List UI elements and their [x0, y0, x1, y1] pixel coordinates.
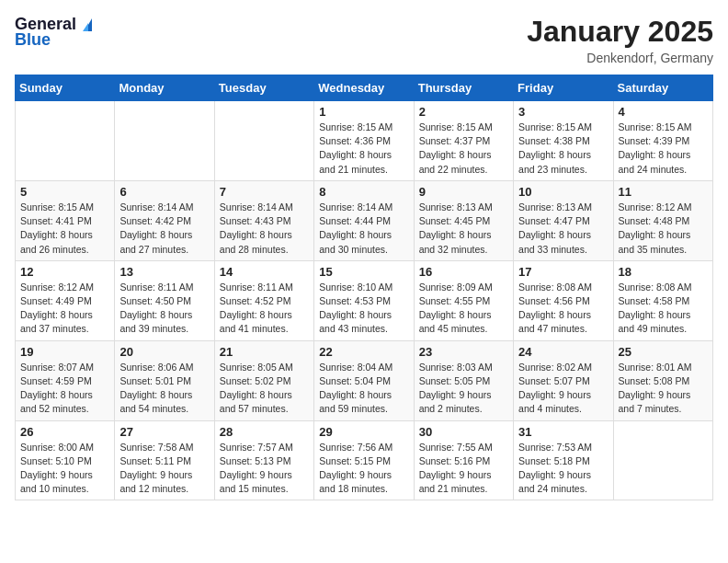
- day-info: Sunrise: 8:02 AM Sunset: 5:07 PM Dayligh…: [518, 361, 608, 417]
- calendar-cell: 20Sunrise: 8:06 AM Sunset: 5:01 PM Dayli…: [115, 340, 214, 420]
- day-number: 3: [518, 105, 608, 119]
- day-info: Sunrise: 8:08 AM Sunset: 4:56 PM Dayligh…: [518, 281, 608, 337]
- day-number: 27: [119, 425, 209, 439]
- day-info: Sunrise: 7:58 AM Sunset: 5:11 PM Dayligh…: [119, 441, 209, 497]
- day-info: Sunrise: 8:11 AM Sunset: 4:52 PM Dayligh…: [220, 281, 309, 337]
- calendar-cell: 21Sunrise: 8:05 AM Sunset: 5:02 PM Dayli…: [214, 340, 313, 420]
- calendar-cell: 28Sunrise: 7:57 AM Sunset: 5:13 PM Dayli…: [214, 420, 313, 500]
- calendar-cell: 23Sunrise: 8:03 AM Sunset: 5:05 PM Dayli…: [414, 340, 513, 420]
- day-number: 29: [319, 425, 408, 439]
- day-number: 24: [518, 345, 608, 359]
- calendar-cell: [16, 101, 115, 181]
- day-info: Sunrise: 8:13 AM Sunset: 4:47 PM Dayligh…: [518, 201, 608, 257]
- calendar-cell: 8Sunrise: 8:14 AM Sunset: 4:44 PM Daylig…: [314, 180, 414, 260]
- day-info: Sunrise: 7:57 AM Sunset: 5:13 PM Dayligh…: [220, 441, 309, 497]
- calendar-cell: 11Sunrise: 8:12 AM Sunset: 4:48 PM Dayli…: [613, 180, 712, 260]
- day-info: Sunrise: 8:15 AM Sunset: 4:38 PM Dayligh…: [518, 121, 608, 177]
- day-number: 25: [619, 345, 708, 359]
- calendar-cell: 18Sunrise: 8:08 AM Sunset: 4:58 PM Dayli…: [613, 260, 712, 340]
- calendar-cell: [115, 101, 214, 181]
- day-number: 19: [20, 345, 109, 359]
- day-info: Sunrise: 8:08 AM Sunset: 4:58 PM Dayligh…: [619, 281, 708, 337]
- day-number: 15: [319, 265, 408, 279]
- day-info: Sunrise: 8:10 AM Sunset: 4:53 PM Dayligh…: [319, 281, 408, 337]
- day-number: 14: [220, 265, 309, 279]
- column-header-saturday: Saturday: [613, 75, 712, 101]
- calendar-cell: 15Sunrise: 8:10 AM Sunset: 4:53 PM Dayli…: [314, 260, 414, 340]
- day-number: 8: [319, 185, 408, 199]
- column-header-sunday: Sunday: [16, 75, 115, 101]
- day-number: 20: [119, 345, 209, 359]
- calendar-header-row: SundayMondayTuesdayWednesdayThursdayFrid…: [16, 75, 713, 101]
- calendar-week-row: 12Sunrise: 8:12 AM Sunset: 4:49 PM Dayli…: [16, 260, 713, 340]
- day-info: Sunrise: 8:15 AM Sunset: 4:41 PM Dayligh…: [20, 201, 109, 257]
- calendar-cell: 25Sunrise: 8:01 AM Sunset: 5:08 PM Dayli…: [613, 340, 712, 420]
- day-number: 10: [518, 185, 608, 199]
- day-number: 31: [518, 425, 608, 439]
- calendar-cell: 31Sunrise: 7:53 AM Sunset: 5:18 PM Dayli…: [514, 420, 613, 500]
- day-info: Sunrise: 8:14 AM Sunset: 4:44 PM Dayligh…: [319, 201, 408, 257]
- calendar-cell: 22Sunrise: 8:04 AM Sunset: 5:04 PM Dayli…: [314, 340, 414, 420]
- calendar-cell: 10Sunrise: 8:13 AM Sunset: 4:47 PM Dayli…: [514, 180, 613, 260]
- logo-blue-text: Blue: [15, 30, 51, 50]
- calendar-cell: 9Sunrise: 8:13 AM Sunset: 4:45 PM Daylig…: [414, 180, 513, 260]
- column-header-thursday: Thursday: [414, 75, 513, 101]
- day-info: Sunrise: 8:00 AM Sunset: 5:10 PM Dayligh…: [20, 441, 109, 497]
- calendar-cell: 17Sunrise: 8:08 AM Sunset: 4:56 PM Dayli…: [514, 260, 613, 340]
- day-info: Sunrise: 8:15 AM Sunset: 4:37 PM Dayligh…: [419, 121, 508, 177]
- calendar-week-row: 5Sunrise: 8:15 AM Sunset: 4:41 PM Daylig…: [16, 180, 713, 260]
- calendar-cell: 2Sunrise: 8:15 AM Sunset: 4:37 PM Daylig…: [414, 101, 513, 181]
- location-subtitle: Denkendorf, Germany: [527, 51, 713, 65]
- day-info: Sunrise: 8:12 AM Sunset: 4:49 PM Dayligh…: [20, 281, 109, 337]
- calendar-cell: 5Sunrise: 8:15 AM Sunset: 4:41 PM Daylig…: [16, 180, 115, 260]
- title-section: January 2025 Denkendorf, Germany: [527, 15, 713, 65]
- day-number: 2: [419, 105, 508, 119]
- day-number: 16: [419, 265, 508, 279]
- day-info: Sunrise: 8:01 AM Sunset: 5:08 PM Dayligh…: [619, 361, 708, 417]
- calendar-cell: 30Sunrise: 7:55 AM Sunset: 5:16 PM Dayli…: [414, 420, 513, 500]
- day-number: 12: [20, 265, 109, 279]
- day-number: 9: [419, 185, 508, 199]
- day-number: 30: [419, 425, 508, 439]
- day-info: Sunrise: 8:15 AM Sunset: 4:36 PM Dayligh…: [319, 121, 408, 177]
- calendar-cell: 12Sunrise: 8:12 AM Sunset: 4:49 PM Dayli…: [16, 260, 115, 340]
- day-info: Sunrise: 8:06 AM Sunset: 5:01 PM Dayligh…: [119, 361, 209, 417]
- column-header-friday: Friday: [514, 75, 613, 101]
- day-info: Sunrise: 8:11 AM Sunset: 4:50 PM Dayligh…: [119, 281, 209, 337]
- day-info: Sunrise: 8:03 AM Sunset: 5:05 PM Dayligh…: [419, 361, 508, 417]
- day-info: Sunrise: 8:14 AM Sunset: 4:42 PM Dayligh…: [119, 201, 209, 257]
- calendar-cell: 27Sunrise: 7:58 AM Sunset: 5:11 PM Dayli…: [115, 420, 214, 500]
- calendar-cell: 6Sunrise: 8:14 AM Sunset: 4:42 PM Daylig…: [115, 180, 214, 260]
- day-info: Sunrise: 8:14 AM Sunset: 4:43 PM Dayligh…: [220, 201, 309, 257]
- calendar-cell: 13Sunrise: 8:11 AM Sunset: 4:50 PM Dayli…: [115, 260, 214, 340]
- day-info: Sunrise: 8:12 AM Sunset: 4:48 PM Dayligh…: [619, 201, 708, 257]
- day-info: Sunrise: 8:07 AM Sunset: 4:59 PM Dayligh…: [20, 361, 109, 417]
- calendar-week-row: 19Sunrise: 8:07 AM Sunset: 4:59 PM Dayli…: [16, 340, 713, 420]
- day-number: 21: [220, 345, 309, 359]
- calendar-cell: [214, 101, 313, 181]
- day-number: 28: [220, 425, 309, 439]
- day-number: 18: [619, 265, 708, 279]
- calendar-cell: 7Sunrise: 8:14 AM Sunset: 4:43 PM Daylig…: [214, 180, 313, 260]
- day-number: 26: [20, 425, 109, 439]
- calendar-cell: 3Sunrise: 8:15 AM Sunset: 4:38 PM Daylig…: [514, 101, 613, 181]
- day-info: Sunrise: 8:15 AM Sunset: 4:39 PM Dayligh…: [619, 121, 708, 177]
- day-number: 22: [319, 345, 408, 359]
- day-number: 17: [518, 265, 608, 279]
- day-number: 7: [220, 185, 309, 199]
- calendar-table: SundayMondayTuesdayWednesdayThursdayFrid…: [15, 75, 713, 500]
- calendar-cell: 4Sunrise: 8:15 AM Sunset: 4:39 PM Daylig…: [613, 101, 712, 181]
- calendar-cell: 1Sunrise: 8:15 AM Sunset: 4:36 PM Daylig…: [314, 101, 414, 181]
- column-header-wednesday: Wednesday: [314, 75, 414, 101]
- calendar-cell: 24Sunrise: 8:02 AM Sunset: 5:07 PM Dayli…: [514, 340, 613, 420]
- month-year-title: January 2025: [527, 15, 713, 49]
- day-info: Sunrise: 8:05 AM Sunset: 5:02 PM Dayligh…: [220, 361, 309, 417]
- column-header-monday: Monday: [115, 75, 214, 101]
- day-number: 4: [619, 105, 708, 119]
- day-number: 6: [119, 185, 209, 199]
- calendar-cell: 14Sunrise: 8:11 AM Sunset: 4:52 PM Dayli…: [214, 260, 313, 340]
- calendar-cell: 16Sunrise: 8:09 AM Sunset: 4:55 PM Dayli…: [414, 260, 513, 340]
- day-info: Sunrise: 8:04 AM Sunset: 5:04 PM Dayligh…: [319, 361, 408, 417]
- day-number: 23: [419, 345, 508, 359]
- day-info: Sunrise: 8:13 AM Sunset: 4:45 PM Dayligh…: [419, 201, 508, 257]
